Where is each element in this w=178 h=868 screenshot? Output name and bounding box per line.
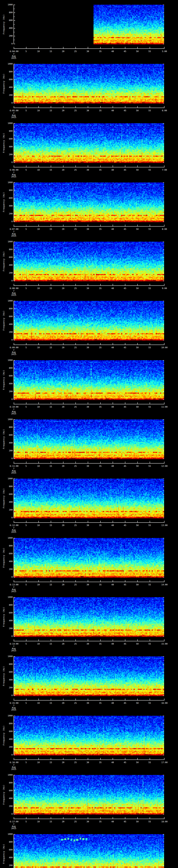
- y-tick-label: 1000: [0, 122, 13, 124]
- x-axis-tick: [164, 758, 165, 760]
- x-tick-label: 25: [72, 406, 79, 408]
- y-tick-label: 200: [0, 153, 13, 156]
- x-tick-label: 15: [47, 50, 54, 53]
- x-tick-label: 50: [134, 524, 141, 526]
- y-axis-minor-tick: [14, 668, 14, 669]
- y-axis-minor-tick-right: [164, 194, 164, 195]
- y-tick-label: 200: [0, 331, 13, 333]
- x-axis-tick: [164, 580, 165, 582]
- y-axis-tick-right: [163, 309, 164, 309]
- x-axis-tick: [88, 639, 88, 641]
- y-axis-tick-right: [163, 613, 164, 613]
- x-tick-label: 40: [109, 762, 116, 764]
- y-tick-label: 400: [0, 738, 13, 740]
- x-axis-tick: [125, 225, 125, 226]
- start-time-label: 6:09:00: [6, 346, 22, 349]
- y-axis-tick: [14, 5, 15, 5]
- x-axis-tick: [150, 580, 150, 582]
- y-axis-minor-tick-right: [164, 424, 164, 424]
- y-axis-minor-tick-right: [164, 550, 164, 550]
- y-axis-tick: [14, 806, 15, 807]
- y-axis-tick: [14, 628, 15, 629]
- x-tick-label: 40: [109, 346, 116, 349]
- y-axis-tick-right: [163, 814, 164, 814]
- x-axis-tick: [14, 402, 14, 404]
- y-tick-label: 1000: [0, 655, 13, 657]
- y-axis-minor-tick: [14, 660, 14, 661]
- x-axis-tick: [76, 165, 76, 167]
- y-axis-tick-right: [163, 494, 164, 495]
- y-tick-label: 200: [0, 568, 13, 570]
- y-axis-line: [13, 834, 14, 868]
- y-axis-minor-tick-right: [164, 802, 164, 803]
- y-tick-label: 800: [0, 604, 13, 606]
- x-axis-tick: [51, 284, 51, 285]
- x-axis-tick: [150, 521, 150, 522]
- x-axis-tick: [14, 462, 14, 463]
- x-axis-tick: [63, 817, 63, 819]
- y-axis-minor-tick-right: [164, 846, 164, 846]
- x-axis-tick: [164, 225, 165, 226]
- x-axis-tick: [14, 165, 14, 167]
- y-tick-label: 200: [0, 272, 13, 274]
- x-tick-label: 45: [121, 50, 128, 53]
- y-tick-label: 0: [0, 694, 13, 696]
- y-axis-tick-right: [163, 435, 164, 435]
- y-axis-minor-tick-right: [164, 617, 164, 617]
- y-axis-minor-tick: [14, 727, 14, 728]
- y-tick-label: 600: [0, 849, 13, 851]
- x-axis-tick: [88, 521, 88, 522]
- start-time-label: 6:07:00: [6, 228, 22, 230]
- x-axis-tick: [100, 284, 101, 285]
- y-axis-tick: [14, 538, 15, 538]
- x-tick-label: 5: [23, 287, 30, 289]
- spectrogram-image: [14, 360, 164, 400]
- x-tick-label: 40: [109, 584, 116, 586]
- x-tick-label: 30: [84, 406, 91, 408]
- y-tick-label: 800: [0, 782, 13, 784]
- x-tick-label: 50: [134, 169, 141, 171]
- y-axis-tick: [14, 392, 15, 392]
- y-axis-tick: [14, 672, 15, 672]
- y-axis-minor-tick-right: [164, 676, 164, 676]
- y-axis-minor-tick: [14, 743, 14, 743]
- spectrogram-image: [14, 775, 164, 815]
- x-axis-tick: [63, 639, 63, 641]
- x-axis-tick: [88, 699, 88, 700]
- date-year: 2015: [5, 294, 23, 296]
- y-axis-minor-tick-right: [164, 795, 164, 795]
- x-tick-label: 35: [97, 287, 104, 289]
- x-tick-label: 30: [84, 702, 91, 704]
- end-time-label: 6:00: [157, 110, 172, 112]
- spectrogram-image: [14, 478, 164, 519]
- y-axis-minor-tick-right: [164, 727, 164, 728]
- y-tick-label: 0: [0, 398, 13, 400]
- x-tick-label: 25: [72, 524, 79, 526]
- spectrogram-panel: 10008006004002000Frequency (Hz)6:16:0051…: [0, 711, 178, 770]
- y-axis-tick-right: [163, 605, 164, 606]
- start-time-label: 6:04:00: [6, 50, 22, 53]
- y-axis-minor-tick: [14, 787, 14, 787]
- y-axis-minor-tick: [14, 751, 14, 751]
- y-axis-tick-right: [163, 257, 164, 258]
- y-axis-minor-tick-right: [164, 498, 164, 499]
- x-tick-label: 45: [121, 228, 128, 230]
- x-axis-tick: [76, 699, 76, 700]
- x-axis-tick: [51, 521, 51, 522]
- x-tick-label: 55: [146, 762, 153, 764]
- x-axis-tick: [113, 639, 113, 641]
- x-axis-tick: [63, 284, 63, 285]
- y-tick-label: 0: [0, 813, 13, 815]
- x-tick-label: 40: [109, 465, 116, 467]
- date-year: 2015: [5, 176, 23, 178]
- y-axis-tick: [14, 459, 15, 459]
- y-tick-label: 600: [0, 19, 13, 21]
- y-axis-tick: [14, 95, 15, 95]
- x-tick-label: 25: [72, 643, 79, 645]
- y-axis-minor-tick: [14, 313, 14, 313]
- x-tick-label: 40: [109, 820, 116, 823]
- y-axis-tick: [14, 301, 15, 301]
- y-tick-label: 400: [0, 857, 13, 859]
- y-axis-minor-tick-right: [164, 40, 164, 40]
- x-axis-tick: [164, 106, 165, 107]
